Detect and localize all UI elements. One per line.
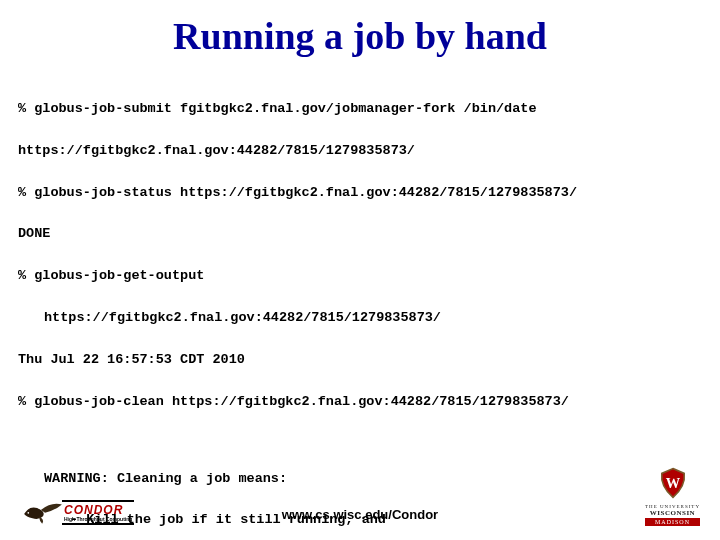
code-line: Thu Jul 22 16:57:53 CDT 2010 [18,350,702,371]
slide: Running a job by hand % globus-job-submi… [0,0,720,540]
code-line: % globus-job-clean https://fgitbgkc2.fna… [18,392,702,413]
terminal-output: % globus-job-submit fgitbgkc2.fnal.gov/j… [18,78,702,540]
footer-url: www.cs.wisc.edu/Condor [0,507,720,522]
code-line: % globus-job-get-output [18,266,702,287]
code-line: % globus-job-status https://fgitbgkc2.fn… [18,183,702,204]
uw-line3: MADISON [645,518,700,526]
code-line: DONE [18,224,702,245]
slide-title: Running a job by hand [18,14,702,58]
code-line: % globus-job-submit fgitbgkc2.fnal.gov/j… [18,99,702,120]
crest-icon: W [657,467,689,499]
uw-logo-text: THE UNIVERSITY WISCONSIN MADISON [645,504,700,526]
uw-line2: WISCONSIN [645,509,700,517]
code-line: https://fgitbgkc2.fnal.gov:44282/7815/12… [18,308,702,329]
uw-logo: W THE UNIVERSITY WISCONSIN MADISON [645,467,700,526]
footer: CONDOR High Throughput Computing www.cs.… [0,480,720,530]
svg-text:W: W [665,475,680,491]
code-line: https://fgitbgkc2.fnal.gov:44282/7815/12… [18,141,702,162]
